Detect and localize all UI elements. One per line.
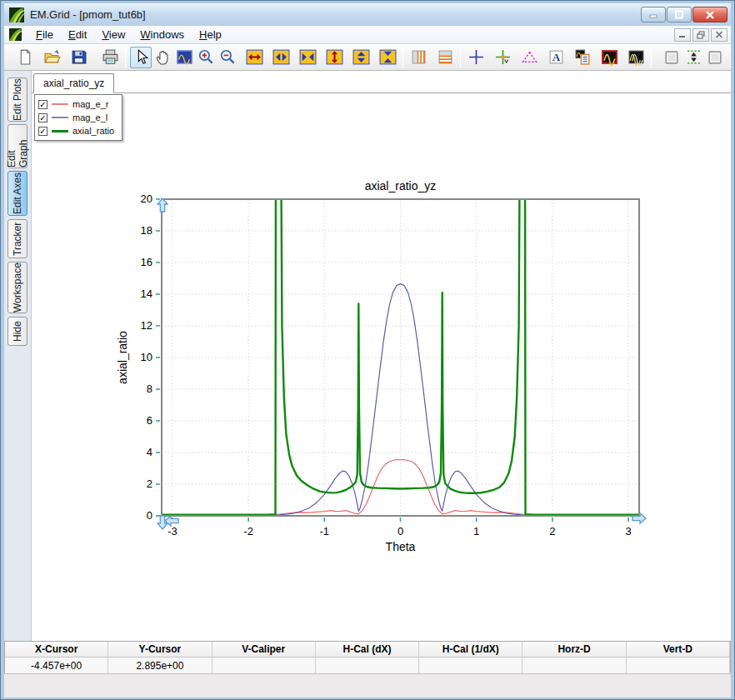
cross-cursor-icon	[468, 48, 485, 66]
legend-checkbox-axial-ratio[interactable]: ✓	[38, 127, 48, 136]
sidebar-tab-edit-graph[interactable]: Edit Graph	[8, 124, 28, 168]
app-window: EM.Grid - [pmom_tut6b] FileEditViewWindo…	[0, 0, 735, 700]
menu-windows[interactable]: Windows	[132, 27, 192, 42]
menu-bar: FileEditViewWindowsHelp	[4, 26, 731, 44]
y-max-handle[interactable]	[158, 198, 168, 212]
save-button[interactable]	[68, 47, 89, 68]
text-annotation-icon: A	[548, 48, 565, 66]
checkbox-icon	[707, 48, 724, 66]
y-axis-label: axial_ratio	[116, 331, 129, 384]
legend-item: ✓ axial_ratio	[38, 124, 118, 138]
minimize-button[interactable]	[641, 7, 666, 22]
tracker-button[interactable]	[492, 47, 513, 68]
shrink-y-icon	[379, 48, 397, 66]
menu-edit[interactable]: Edit	[61, 27, 94, 42]
y-tick-label: 2	[147, 478, 152, 490]
pan-tool-button[interactable]	[152, 47, 173, 68]
overlay-plots-button[interactable]	[625, 47, 647, 68]
expand-y-button[interactable]	[350, 47, 372, 68]
x-tick-label: 2	[549, 525, 555, 538]
y-tick-label: 14	[141, 288, 152, 300]
horizontal-gridlines-button[interactable]	[434, 47, 456, 68]
expand-x-button[interactable]	[270, 47, 292, 68]
caliper-icon	[521, 48, 538, 66]
legend-item: ✓ mag_e_r	[38, 98, 118, 111]
status-header: H-Cal (1/dX)	[419, 642, 522, 657]
close-icon	[705, 11, 715, 19]
align-vertical-button[interactable]	[682, 47, 704, 68]
legend-label: mag_e_r	[72, 99, 108, 109]
pan-hand-icon	[154, 48, 172, 66]
status-strip	[4, 673, 731, 698]
open-folder-icon	[43, 48, 61, 66]
status-header: X-Cursor	[5, 642, 108, 657]
legend-checkbox-mag-e-r[interactable]: ✓	[38, 100, 48, 109]
overlay-plots-icon	[628, 48, 645, 66]
legend-checkbox-mag-e-l[interactable]: ✓	[38, 113, 48, 122]
legend-label: axial_ratio	[72, 126, 114, 136]
zoom-window-button[interactable]	[173, 47, 195, 68]
caliper-button[interactable]	[518, 47, 540, 68]
cross-cursor-button[interactable]	[465, 47, 487, 68]
chart-svg[interactable]: -3-2-1012302468101214161820axial_ratio_y…	[115, 172, 662, 560]
zoom-window-icon	[176, 48, 193, 66]
tab-bar-divider	[32, 92, 731, 93]
print-button[interactable]	[99, 47, 121, 68]
mdi-minimize-icon	[678, 31, 687, 38]
x-tick-label: -1	[320, 525, 330, 538]
sidebar-tab-hide[interactable]: Hide	[8, 317, 28, 346]
y-min-handle[interactable]	[158, 516, 168, 529]
x-tick-label: 3	[625, 525, 631, 538]
mdi-close-button[interactable]	[711, 28, 728, 42]
close-button[interactable]	[692, 7, 728, 22]
sidebar-tab-edit-axes[interactable]: Edit Axes	[8, 171, 28, 216]
sidebar-tab-tracker[interactable]: Tracker	[8, 219, 28, 258]
x-axis-label: Theta	[386, 540, 416, 553]
mdi-close-icon	[715, 31, 723, 38]
zoom-in-icon	[198, 48, 215, 66]
y-cursor-value: 2.895e+00	[108, 658, 212, 673]
menu-help[interactable]: Help	[192, 27, 229, 42]
menu-view[interactable]: View	[94, 27, 132, 42]
legend-label: mag_e_l	[72, 112, 108, 122]
sidebar-tab-workspace[interactable]: Workspace	[8, 262, 28, 313]
mdi-minimize-button[interactable]	[674, 28, 691, 42]
zoom-in-button[interactable]	[195, 47, 217, 68]
status-header: Vert-D	[627, 642, 730, 657]
open-button[interactable]	[41, 47, 62, 68]
title-bar: EM.Grid - [pmom_tut6b]	[4, 3, 731, 26]
y-tick-label: 18	[141, 224, 152, 237]
chart-title: axial_ratio_yz	[365, 179, 437, 192]
x-cursor-value: -4.457e+00	[5, 658, 108, 673]
select-tool-button[interactable]	[130, 47, 152, 68]
vert-d-value	[627, 658, 730, 673]
new-button[interactable]	[14, 47, 36, 68]
x-tick-label: -3	[168, 525, 178, 538]
sidebar-tab-edit-plots[interactable]: Edit Plots	[8, 78, 28, 122]
document-tab[interactable]: axial_ratio_yz	[33, 73, 114, 93]
text-annotation-button[interactable]: A	[545, 47, 567, 68]
shrink-y-button[interactable]	[377, 47, 398, 68]
align-vertical-left-checkbox[interactable]	[661, 47, 682, 68]
vertical-gridlines-button[interactable]	[408, 47, 429, 68]
cursor-status-table: X-Cursor Y-Cursor V-Caliper H-Cal (dX) H…	[4, 641, 731, 672]
shrink-x-button[interactable]	[297, 47, 318, 68]
highlight-plot-button[interactable]	[598, 47, 620, 68]
expand-x-icon	[272, 48, 290, 66]
full-x-icon	[246, 48, 263, 66]
zoom-out-button[interactable]	[217, 47, 238, 68]
plot-properties-button[interactable]	[572, 47, 593, 68]
full-x-button[interactable]	[243, 47, 265, 68]
mdi-restore-icon	[697, 31, 706, 39]
full-y-button[interactable]	[323, 47, 345, 68]
maximize-button[interactable]	[667, 7, 692, 22]
align-vertical-right-checkbox[interactable]	[704, 47, 726, 68]
x-tick-label: 0	[398, 525, 403, 538]
status-header: H-Cal (dX)	[316, 642, 419, 657]
horizontal-gridlines-icon	[437, 48, 454, 66]
y-tick-label: 6	[147, 414, 152, 427]
status-header: Y-Cursor	[108, 642, 212, 657]
print-icon	[102, 48, 119, 66]
mdi-restore-button[interactable]	[692, 28, 709, 42]
menu-file[interactable]: File	[28, 27, 61, 42]
